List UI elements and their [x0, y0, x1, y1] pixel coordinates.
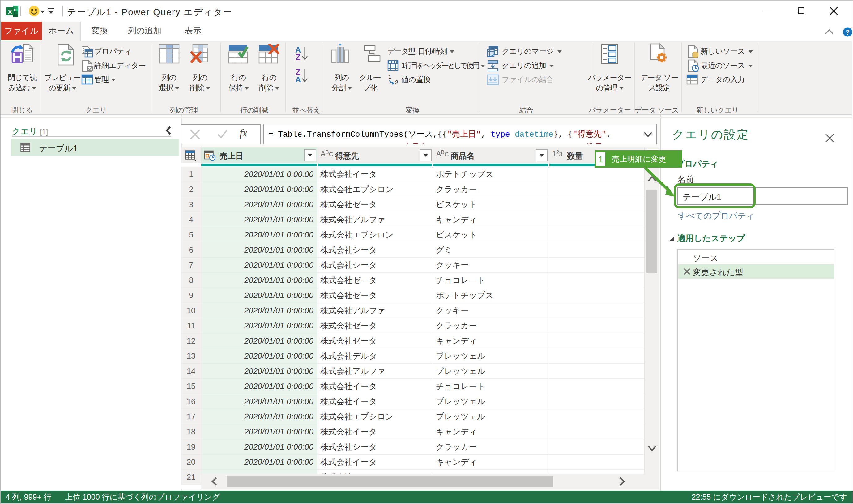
- svg-text:X: X: [8, 8, 12, 16]
- svg-text:1: 1: [598, 155, 603, 164]
- svg-text:Z: Z: [295, 53, 300, 60]
- svg-text:2: 2: [395, 79, 398, 85]
- svg-text:1: 1: [388, 74, 392, 80]
- svg-text:売上明細に変更: 売上明細に変更: [612, 155, 666, 163]
- svg-text:A: A: [295, 75, 301, 83]
- svg-text:?: ?: [846, 29, 850, 36]
